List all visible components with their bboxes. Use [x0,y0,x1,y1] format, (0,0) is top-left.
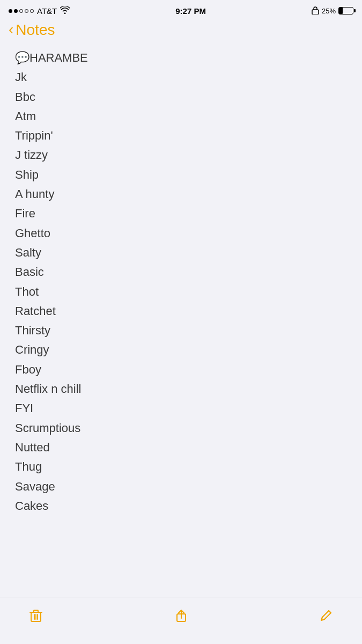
list-item: Thot [15,282,347,302]
back-chevron-icon: ‹ [9,22,13,37]
compose-button[interactable] [317,606,335,625]
list-item: Ghetto [15,224,347,243]
wifi-icon [60,6,70,16]
battery-percent: 25% [322,7,336,15]
status-left: AT&T [9,6,70,16]
list-item: Netflix n chill [15,379,347,399]
nav-bar: ‹ Notes [0,19,362,43]
delete-button[interactable] [27,606,45,625]
list-item: FYI [15,399,347,418]
list-item: J tizzy [15,145,347,165]
back-button[interactable]: ‹ Notes [9,21,55,39]
list-item: Thug [15,457,347,477]
bottom-toolbar [0,597,362,644]
lock-icon [312,6,319,16]
signal-dot-2 [14,9,18,13]
list-item: Nutted [15,438,347,457]
list-item: Cringy [15,340,347,360]
signal-dot-5 [30,9,34,13]
list-item: Fire [15,204,347,223]
list-item: Scrumptious [15,419,347,438]
list-item: Jk [15,68,347,87]
list-item: Fboy [15,360,347,379]
list-item: Atm [15,107,347,126]
list-item: A hunty [15,185,347,204]
back-label: Notes [16,21,55,39]
list-item: Ship [15,165,347,185]
list-item: 💬HARAMBE [15,48,347,68]
list-item: Ratchet [15,302,347,321]
battery-fill [339,8,343,14]
status-time: 9:27 PM [175,6,206,16]
list-item: Thirsty [15,321,347,340]
signal-dot-3 [19,9,23,13]
status-right: 25% [312,6,353,16]
signal-dots [9,9,34,13]
list-item: Bbc [15,87,347,107]
signal-dot-1 [9,9,12,13]
status-bar: AT&T 9:27 PM 25% [0,0,362,19]
list-item: Cakes [15,496,347,516]
list-item: Savage [15,477,347,496]
battery-icon [338,7,353,14]
list-item: Salty [15,243,347,262]
list-item: Basic [15,262,347,282]
signal-dot-4 [25,9,28,13]
svg-rect-0 [312,10,319,14]
share-button[interactable] [172,606,190,625]
list-item: Trippin' [15,126,347,145]
carrier-name: AT&T [37,6,57,16]
note-content: 💬HARAMBEJkBbcAtmTrippin'J tizzyShipA hun… [0,43,362,612]
